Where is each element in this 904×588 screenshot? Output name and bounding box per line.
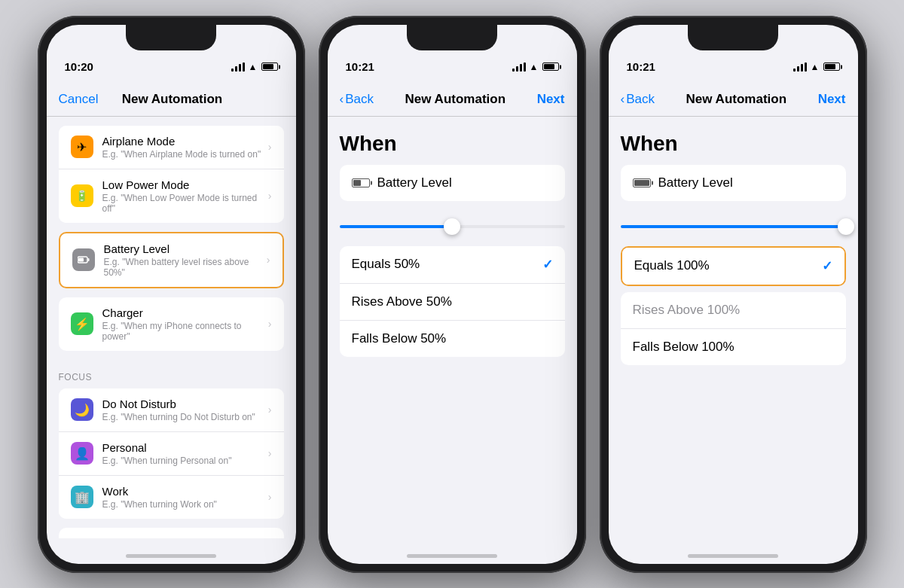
charger-subtitle: E.g. "When my iPhone connects to power": [102, 321, 262, 342]
battery-card-3: Battery Level: [621, 165, 846, 201]
screen-content-2: When Battery Level Equals 50% ✓: [328, 117, 577, 538]
option-text: Falls Below 100%: [633, 340, 734, 355]
airplane-icon: ✈: [71, 136, 93, 158]
screen-content-3: When Battery Level Equals 100% ✓: [609, 117, 858, 538]
low-power-subtitle: E.g. "When Low Power Mode is turned off": [102, 193, 262, 214]
battery-subtitle: E.g. "When battery level rises above 50%…: [104, 257, 261, 278]
home-indicator-1: [47, 538, 296, 564]
slider-container-2: [328, 213, 577, 246]
slider-thumb-3[interactable]: [838, 218, 854, 235]
battery-status-icon: [261, 62, 278, 71]
list-item-low-power[interactable]: 🔋 Low Power Mode E.g. "When Low Power Mo…: [59, 169, 284, 223]
work-icon: 🏢: [71, 486, 93, 508]
nav-bar-3: ‹ Back New Automation Next: [609, 84, 858, 117]
svg-rect-2: [78, 258, 84, 262]
option-equals-100[interactable]: Equals 100% ✓: [622, 248, 844, 285]
option-rises-100[interactable]: Rises Above 100%: [621, 292, 846, 329]
option-falls-100[interactable]: Falls Below 100%: [621, 329, 846, 365]
chevron-icon: ›: [268, 447, 272, 459]
chevron-icon: ›: [268, 190, 272, 202]
dnd-subtitle: E.g. "When turning Do Not Disturb on": [102, 412, 262, 422]
charger-icon: ⚡: [71, 312, 93, 335]
battery-card-label-3: Battery Level: [658, 175, 733, 190]
phone-3: 10:21 ▲ ‹ Back: [600, 16, 867, 573]
option-equals-50[interactable]: Equals 50% ✓: [340, 246, 565, 284]
back-button-2[interactable]: ‹ Back: [340, 92, 374, 107]
phone-1: 10:20 ▲ Cancel New Automation: [38, 16, 305, 573]
home-indicator-2: [328, 538, 577, 564]
battery-status-icon-3: [823, 62, 840, 71]
battery-card-2: Battery Level: [340, 165, 565, 201]
personal-icon: 👤: [71, 442, 93, 465]
slider-thumb-2[interactable]: [444, 218, 460, 235]
chevron-icon: ›: [268, 318, 272, 330]
battery-title: Battery Level: [104, 242, 261, 255]
slider-container-3: [609, 213, 858, 246]
signal-icon-3: [793, 62, 807, 72]
option-rises-50[interactable]: Rises Above 50%: [340, 284, 565, 321]
list-item-sound[interactable]: 🎵 Sound Recognition E.g. "When my iPhone…: [59, 528, 284, 538]
battery-card-icon-3: [633, 178, 651, 187]
work-subtitle: E.g. "When turning Work on": [102, 499, 262, 510]
low-power-title: Low Power Mode: [102, 178, 262, 191]
battery-card-label-2: Battery Level: [377, 175, 452, 190]
list-item-personal[interactable]: 👤 Personal E.g. "When turning Personal o…: [59, 432, 284, 476]
status-icons-3: ▲: [793, 62, 840, 72]
option-text: Equals 50%: [352, 257, 420, 272]
focus-list-group: 🌙 Do Not Disturb E.g. "When turning Do N…: [59, 388, 284, 519]
battery-level-icon: [72, 248, 95, 271]
chevron-back-icon-2: ‹: [340, 92, 344, 107]
check-icon: ✓: [542, 257, 553, 273]
list-item-work[interactable]: 🏢 Work E.g. "When turning Work on" ›: [59, 476, 284, 519]
home-indicator-3: [609, 538, 858, 564]
status-icons-1: ▲: [231, 62, 278, 72]
low-power-icon: 🔋: [71, 184, 93, 207]
next-button-3[interactable]: Next: [818, 92, 846, 107]
screen-content-1: ✈ Airplane Mode E.g. "When Airplane Mode…: [47, 117, 296, 538]
wifi-icon: ▲: [249, 62, 258, 72]
options-card-2: Equals 50% ✓ Rises Above 50% Falls Below…: [340, 246, 565, 357]
airplane-title: Airplane Mode: [102, 135, 262, 148]
personal-subtitle: E.g. "When turning Personal on": [102, 455, 262, 466]
wifi-icon-2: ▲: [530, 62, 539, 72]
status-bar-2: 10:21 ▲: [328, 50, 577, 84]
chevron-back-icon-3: ‹: [621, 92, 625, 107]
battery-status-icon-2: [542, 62, 559, 71]
nav-bar-1: Cancel New Automation: [47, 84, 296, 117]
top-list-group: ✈ Airplane Mode E.g. "When Airplane Mode…: [59, 126, 284, 223]
option-equals-100-container: Equals 100% ✓: [621, 246, 846, 286]
battery-card-icon-2: [352, 178, 370, 187]
status-icons-2: ▲: [512, 62, 559, 72]
slider-track-3: [621, 225, 846, 228]
focus-section-header: FOCUS: [47, 360, 296, 388]
slider-fill-2: [340, 225, 453, 228]
notch-3: [688, 25, 778, 50]
time-1: 10:20: [65, 60, 93, 73]
svg-rect-1: [87, 258, 89, 261]
back-button-3[interactable]: ‹ Back: [621, 92, 655, 107]
airplane-subtitle: E.g. "When Airplane Mode is turned on": [102, 149, 262, 160]
signal-icon: [231, 62, 245, 72]
nav-title-3: New Automation: [686, 92, 786, 107]
status-bar-1: 10:20 ▲: [47, 50, 296, 84]
list-item-airplane[interactable]: ✈ Airplane Mode E.g. "When Airplane Mode…: [59, 126, 284, 169]
status-bar-3: 10:21 ▲: [609, 50, 858, 84]
check-icon: ✓: [822, 258, 832, 274]
charger-list-group: ⚡ Charger E.g. "When my iPhone connects …: [59, 297, 284, 351]
option-text: Rises Above 100%: [633, 303, 741, 318]
list-item-dnd[interactable]: 🌙 Do Not Disturb E.g. "When turning Do N…: [59, 388, 284, 432]
next-button-2[interactable]: Next: [537, 92, 565, 107]
nav-bar-2: ‹ Back New Automation Next: [328, 84, 577, 117]
nav-title-1: New Automation: [122, 92, 222, 107]
signal-icon-2: [512, 62, 526, 72]
chevron-icon: ›: [268, 491, 272, 503]
personal-title: Personal: [102, 441, 262, 454]
slider-track-2: [340, 225, 565, 228]
work-title: Work: [102, 485, 262, 498]
cancel-button[interactable]: Cancel: [59, 92, 99, 107]
slider-fill-3: [621, 225, 846, 228]
list-item-battery[interactable]: Battery Level E.g. "When battery level r…: [59, 232, 284, 288]
time-2: 10:21: [346, 60, 374, 73]
option-falls-50[interactable]: Falls Below 50%: [340, 321, 565, 357]
list-item-charger[interactable]: ⚡ Charger E.g. "When my iPhone connects …: [59, 297, 284, 351]
